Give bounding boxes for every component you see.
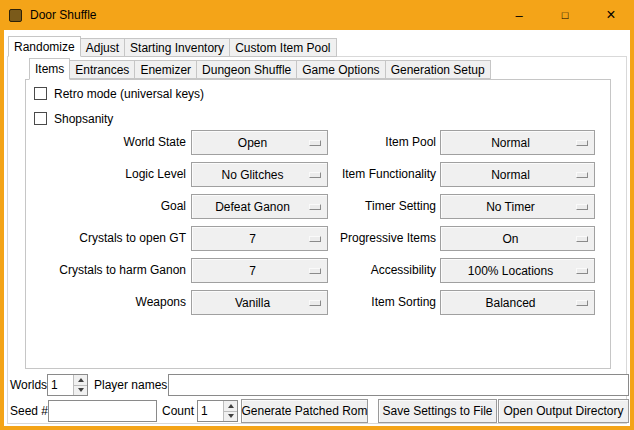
timer-setting-label: Timer Setting	[256, 194, 436, 219]
app-icon	[9, 9, 22, 22]
worlds-row: Worlds Player names	[4, 374, 630, 396]
tab-adjust[interactable]: Adjust	[80, 38, 125, 57]
retro-mode-checkbox[interactable]	[34, 87, 47, 100]
dropdown-indicator-icon	[576, 268, 588, 274]
spinner-arrows	[223, 401, 237, 421]
setting-row: World State Open Item Pool Normal	[26, 130, 610, 155]
item-sorting-value: Balanced	[485, 296, 535, 310]
window-controls: – □ ×	[496, 0, 634, 30]
window-title: Door Shuffle	[30, 8, 97, 22]
worlds-spinbox[interactable]	[47, 374, 88, 396]
item-pool-label: Item Pool	[256, 130, 436, 155]
player-names-label: Player names	[94, 374, 167, 396]
open-output-directory-button[interactable]: Open Output Directory	[498, 399, 629, 423]
retro-mode-checkbox-row[interactable]: Retro mode (universal keys)	[34, 85, 204, 102]
worlds-label: Worlds	[10, 374, 47, 396]
items-tab-pane: Retro mode (universal keys) Shopsanity W…	[25, 79, 611, 369]
item-sorting-dropdown[interactable]: Balanced	[440, 290, 595, 315]
seed-input[interactable]	[49, 401, 156, 421]
setting-row: Crystals to open GT 7 Progressive Items …	[26, 226, 610, 251]
logic-level-label: Logic Level	[26, 162, 186, 187]
count-input[interactable]	[198, 401, 223, 421]
crystals-open-gt-label: Crystals to open GT	[26, 226, 186, 251]
spin-down-icon[interactable]	[74, 385, 87, 396]
item-functionality-value: Normal	[491, 168, 530, 182]
player-names-field[interactable]	[168, 374, 629, 396]
shopsanity-checkbox-row[interactable]: Shopsanity	[34, 110, 113, 127]
weapons-label: Weapons	[26, 290, 186, 315]
inner-tab-bar: Items Entrances Enemizer Dungeon Shuffle…	[25, 57, 611, 79]
world-state-label: World State	[26, 130, 186, 155]
progressive-items-value: On	[502, 232, 518, 246]
accessibility-dropdown[interactable]: 100% Locations	[440, 258, 595, 283]
count-label: Count	[162, 399, 194, 423]
dropdown-indicator-icon	[576, 172, 588, 178]
tab-dungeon-shuffle[interactable]: Dungeon Shuffle	[196, 60, 297, 79]
window-content: Randomize Adjust Starting Inventory Cust…	[4, 30, 630, 426]
item-functionality-dropdown[interactable]: Normal	[440, 162, 595, 187]
tab-custom-item-pool[interactable]: Custom Item Pool	[229, 38, 336, 57]
seed-label: Seed #	[10, 399, 48, 423]
retro-mode-label: Retro mode (universal keys)	[54, 87, 204, 101]
spinner-arrows	[73, 375, 87, 395]
dropdown-indicator-icon	[576, 140, 588, 146]
tab-generation-setup[interactable]: Generation Setup	[385, 60, 491, 79]
save-settings-button[interactable]: Save Settings to File	[378, 399, 497, 423]
progressive-items-dropdown[interactable]: On	[440, 226, 595, 251]
crystals-open-gt-value: 7	[249, 232, 256, 246]
accessibility-label: Accessibility	[256, 258, 436, 283]
crystals-harm-ganon-label: Crystals to harm Ganon	[26, 258, 186, 283]
item-functionality-label: Item Functionality	[256, 162, 436, 187]
minimize-button[interactable]: –	[496, 0, 542, 30]
tab-randomize[interactable]: Randomize	[8, 36, 81, 57]
dropdown-indicator-icon	[576, 204, 588, 210]
titlebar: Door Shuffle – □ ×	[0, 0, 634, 30]
shopsanity-label: Shopsanity	[54, 112, 113, 126]
accessibility-value: 100% Locations	[468, 264, 553, 278]
player-names-input[interactable]	[169, 375, 628, 395]
dropdown-indicator-icon	[576, 236, 588, 242]
app-window: Door Shuffle – □ × Randomize Adjust Star…	[0, 0, 634, 430]
worlds-input[interactable]	[48, 375, 73, 395]
spin-down-icon[interactable]	[224, 411, 237, 422]
setting-row: Weapons Vanilla Item Sorting Balanced	[26, 290, 610, 315]
dropdown-indicator-icon	[576, 300, 588, 306]
tab-enemizer[interactable]: Enemizer	[134, 60, 197, 79]
setting-row: Crystals to harm Ganon 7 Accessibility 1…	[26, 258, 610, 283]
goal-label: Goal	[26, 194, 186, 219]
item-sorting-label: Item Sorting	[256, 290, 436, 315]
timer-setting-dropdown[interactable]: No Timer	[440, 194, 595, 219]
seed-row: Seed # Count Generate Patched Rom Save S…	[4, 399, 630, 423]
progressive-items-label: Progressive Items	[256, 226, 436, 251]
generate-patched-rom-button[interactable]: Generate Patched Rom	[241, 399, 368, 423]
tab-entrances[interactable]: Entrances	[69, 60, 135, 79]
outer-tab-bar: Randomize Adjust Starting Inventory Cust…	[8, 36, 337, 57]
item-pool-value: Normal	[491, 136, 530, 150]
spin-up-icon[interactable]	[74, 375, 87, 385]
timer-setting-value: No Timer	[486, 200, 535, 214]
tab-starting-inventory[interactable]: Starting Inventory	[124, 38, 230, 57]
spin-up-icon[interactable]	[224, 401, 237, 411]
tab-game-options[interactable]: Game Options	[296, 60, 385, 79]
setting-row: Goal Defeat Ganon Timer Setting No Timer	[26, 194, 610, 219]
maximize-button[interactable]: □	[542, 0, 588, 30]
shopsanity-checkbox[interactable]	[34, 112, 47, 125]
close-button[interactable]: ×	[588, 0, 634, 30]
setting-row: Logic Level No Glitches Item Functionali…	[26, 162, 610, 187]
count-spinbox[interactable]	[197, 400, 238, 422]
tab-items[interactable]: Items	[29, 58, 70, 80]
item-pool-dropdown[interactable]: Normal	[440, 130, 595, 155]
crystals-harm-ganon-value: 7	[249, 264, 256, 278]
seed-field[interactable]	[48, 400, 157, 422]
settings-notebook: Items Entrances Enemizer Dungeon Shuffle…	[25, 57, 611, 369]
